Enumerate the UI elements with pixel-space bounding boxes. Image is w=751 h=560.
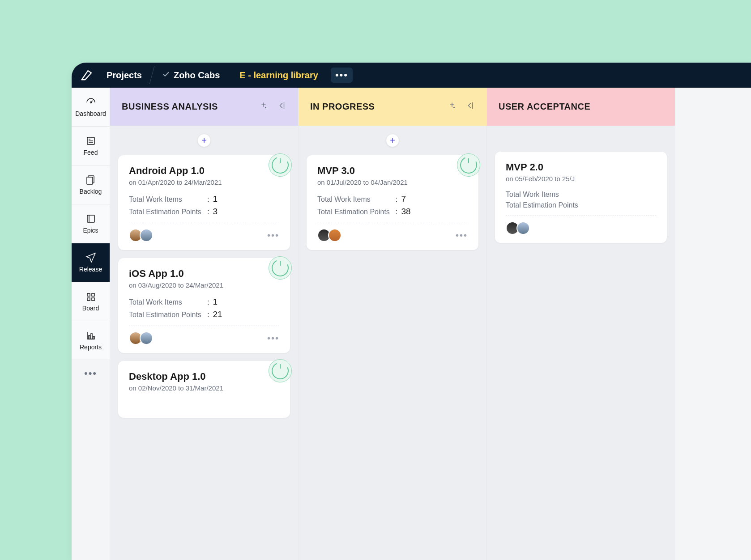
plus-icon: + (390, 136, 395, 146)
avatar[interactable] (140, 331, 153, 345)
column-body: + Android App 1.0 on 01/Apr/2020 to 24/M… (110, 126, 298, 560)
nav-projects[interactable]: Projects (97, 70, 152, 81)
svg-rect-11 (87, 298, 90, 301)
column-body: MVP 2.0 on 05/Feb/2020 to 25/J Total Wor… (487, 126, 675, 560)
epics-icon (85, 213, 96, 224)
avatar[interactable] (328, 229, 341, 242)
work-items-label: Total Work Items (317, 195, 396, 204)
sidebar-item-backlog[interactable]: Backlog (72, 165, 110, 204)
app-window: Projects Zoho Cabs E - learning library … (72, 63, 751, 560)
breadcrumb-current[interactable]: E - learning library (230, 70, 328, 81)
card-avatars (129, 229, 150, 242)
svg-point-22 (454, 107, 455, 108)
sidebar-item-dashboard[interactable]: Dashboard (72, 88, 110, 127)
sidebar-item-label: Release (79, 266, 102, 273)
add-card-button[interactable]: + (197, 134, 211, 147)
svg-rect-9 (87, 293, 90, 296)
topbar: Projects Zoho Cabs E - learning library … (72, 63, 751, 88)
work-items-label: Total Work Items (129, 195, 207, 204)
release-card[interactable]: MVP 2.0 on 05/Feb/2020 to 25/J Total Wor… (495, 152, 667, 243)
column-header: BUSINESS ANALYSIS (110, 88, 298, 126)
column-title: USER ACCEPTANCE (499, 102, 590, 112)
feed-icon (85, 136, 96, 146)
column-collapse-icon[interactable] (277, 101, 286, 113)
column-add-icon[interactable] (259, 101, 269, 113)
sidebar-item-feed[interactable]: Feed (72, 127, 110, 165)
card-more-button[interactable]: ••• (267, 333, 279, 344)
board-column: IN PROGRESS + MVP 3.0 on 01/Jul/2020 to … (299, 88, 487, 560)
avatar[interactable] (140, 229, 153, 242)
card-dates: on 03/Aug/2020 to 24/Mar/2021 (129, 281, 279, 289)
sidebar: Dashboard Feed Backlog Epics Release Boa… (72, 88, 110, 560)
svg-rect-13 (89, 335, 90, 339)
svg-rect-6 (87, 177, 93, 184)
progress-gauge-icon (269, 153, 292, 177)
card-dates: on 01/Apr/2020 to 24/Mar/2021 (129, 178, 279, 186)
release-card[interactable]: Desktop App 1.0 on 02/Nov/2020 to 31/Mar… (118, 361, 290, 418)
nav-projects-label: Projects (107, 70, 142, 81)
more-icon: ••• (335, 69, 348, 81)
work-items-value: 1 (213, 194, 218, 204)
nav-more-button[interactable]: ••• (331, 68, 353, 83)
card-avatars (506, 221, 527, 235)
card-title: Desktop App 1.0 (129, 371, 279, 382)
card-avatars (129, 331, 150, 345)
est-points-value: 3 (213, 207, 218, 216)
svg-point-18 (265, 107, 266, 108)
card-title: Android App 1.0 (129, 165, 279, 177)
release-card[interactable]: Android App 1.0 on 01/Apr/2020 to 24/Mar… (118, 155, 290, 250)
sidebar-item-label: Dashboard (75, 110, 106, 117)
sidebar-item-label: Reports (80, 344, 102, 351)
sidebar-item-label: Backlog (80, 188, 102, 195)
work-items-value: 7 (401, 194, 406, 204)
progress-gauge-icon (457, 153, 480, 177)
backlog-icon (85, 174, 96, 185)
est-points-label: Total Estimation Points (506, 201, 584, 209)
breadcrumb-current-label: E - learning library (239, 70, 318, 81)
sidebar-item-epics[interactable]: Epics (72, 204, 110, 243)
card-dates: on 02/Nov/2020 to 31/Mar/2021 (129, 384, 279, 392)
plus-icon: + (201, 136, 207, 146)
release-card[interactable]: iOS App 1.0 on 03/Aug/2020 to 24/Mar/202… (118, 258, 290, 353)
card-dates: on 01/Jul/2020 to 04/Jan/2021 (317, 178, 468, 186)
card-more-button[interactable]: ••• (456, 230, 468, 241)
app-logo-icon[interactable] (77, 65, 97, 85)
svg-rect-12 (92, 298, 94, 301)
card-title: MVP 3.0 (317, 165, 468, 177)
kanban-board: BUSINESS ANALYSIS + Android App 1.0 on 0… (110, 88, 751, 560)
card-divider (129, 223, 279, 223)
card-divider (317, 223, 468, 223)
est-points-value: 21 (213, 310, 222, 319)
card-avatars (317, 229, 339, 242)
card-dates: on 05/Feb/2020 to 25/J (506, 175, 656, 182)
sidebar-more-button[interactable]: ••• (72, 360, 110, 387)
card-title: iOS App 1.0 (129, 268, 279, 280)
gauge-icon (85, 97, 96, 107)
sidebar-item-label: Feed (84, 149, 98, 156)
breadcrumb-project[interactable]: Zoho Cabs (152, 70, 230, 81)
column-add-icon[interactable] (447, 101, 457, 113)
board-column: USER ACCEPTANCE MVP 2.0 on 05/Feb/2020 t… (487, 88, 675, 560)
sidebar-item-release[interactable]: Release (72, 243, 110, 282)
svg-rect-7 (87, 215, 94, 222)
release-card[interactable]: MVP 3.0 on 01/Jul/2020 to 04/Jan/2021 To… (307, 155, 478, 250)
est-points-label: Total Estimation Points (129, 311, 207, 319)
board-icon (85, 291, 96, 302)
sidebar-item-reports[interactable]: Reports (72, 321, 110, 360)
avatar[interactable] (516, 221, 530, 235)
est-points-label: Total Estimation Points (317, 208, 396, 216)
work-items-value: 1 (213, 297, 218, 307)
sidebar-item-board[interactable]: Board (72, 282, 110, 321)
sidebar-item-label: Board (82, 305, 99, 312)
add-card-button[interactable]: + (386, 134, 399, 147)
column-header: USER ACCEPTANCE (487, 88, 675, 126)
card-title: MVP 2.0 (506, 161, 656, 173)
svg-rect-14 (91, 334, 92, 339)
card-more-button[interactable]: ••• (267, 230, 279, 241)
column-collapse-icon[interactable] (465, 101, 475, 113)
est-points-label: Total Estimation Points (129, 208, 207, 216)
sidebar-item-label: Epics (83, 227, 98, 234)
check-icon (162, 70, 170, 81)
more-icon: ••• (84, 368, 97, 379)
column-title: IN PROGRESS (310, 102, 375, 112)
